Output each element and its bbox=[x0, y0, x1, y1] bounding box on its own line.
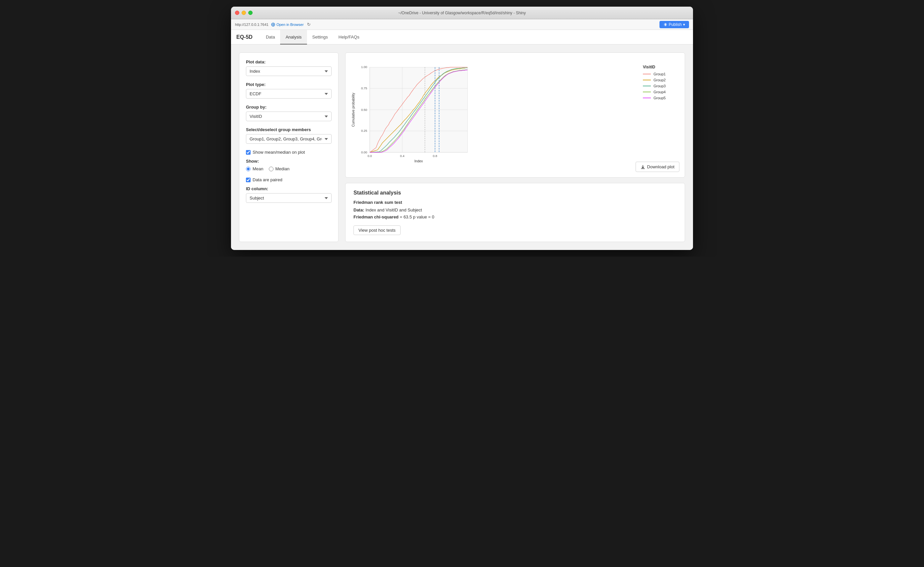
legend-item-group1: Group1 bbox=[643, 72, 680, 76]
stats-test-name: Friedman rank sum test bbox=[354, 200, 677, 205]
legend-label-group5: Group5 bbox=[654, 96, 666, 100]
tab-data[interactable]: Data bbox=[261, 30, 280, 45]
legend-label-group1: Group1 bbox=[654, 72, 666, 76]
right-panel: 0.00 0.25 0.50 0.75 1.00 0.0 0.4 0.8 Cum… bbox=[345, 52, 685, 242]
svg-text:Index: Index bbox=[414, 159, 423, 163]
legend-title: VisitID bbox=[643, 65, 680, 69]
svg-text:1.00: 1.00 bbox=[361, 65, 368, 69]
view-post-hoc-label: View post hoc tests bbox=[358, 228, 396, 233]
stats-data-line: Data: Index and VisitID and Subject bbox=[354, 207, 677, 213]
show-mean-median-label: Show mean/median on plot bbox=[253, 150, 305, 155]
group-by-label: Group by: bbox=[246, 105, 332, 110]
data-paired-row: Data are paired bbox=[246, 177, 332, 182]
plot-data-select[interactable]: Index Dimension scores Age Sex bbox=[246, 66, 332, 76]
view-post-hoc-button[interactable]: View post hoc tests bbox=[354, 225, 400, 235]
median-radio[interactable] bbox=[269, 166, 273, 171]
plot-type-select[interactable]: ECDF Histogram Density Violin Box bbox=[246, 89, 332, 99]
open-in-browser-link[interactable]: Open in Browser bbox=[271, 22, 304, 27]
group-members-group: Select/deselect group members Group1, Gr… bbox=[246, 127, 332, 144]
legend-color-group5 bbox=[643, 98, 651, 98]
plot-data-label: Plot data: bbox=[246, 59, 332, 64]
show-section: Show: Mean Median bbox=[246, 159, 332, 171]
data-paired-checkbox[interactable] bbox=[246, 178, 250, 182]
mean-radio[interactable] bbox=[246, 166, 250, 171]
svg-text:0.50: 0.50 bbox=[361, 108, 368, 111]
mean-radio-label: Mean bbox=[253, 166, 264, 171]
publish-icon bbox=[663, 22, 668, 27]
id-column-label: ID column: bbox=[246, 186, 332, 191]
minimize-button[interactable] bbox=[242, 10, 246, 15]
legend-item-group2: Group2 bbox=[643, 78, 680, 82]
legend-color-group3 bbox=[643, 86, 651, 86]
data-paired-label: Data are paired bbox=[253, 177, 282, 182]
id-column-select[interactable]: Subject ID PatientID bbox=[246, 193, 332, 203]
maximize-button[interactable] bbox=[248, 10, 253, 15]
app-window: ~/OneDrive - University of Glasgow/works… bbox=[231, 7, 693, 250]
legend-color-group1 bbox=[643, 74, 651, 74]
plot-type-label: Plot type: bbox=[246, 82, 332, 87]
stats-chi-value: = 63.5 p value = 0 bbox=[400, 214, 434, 219]
svg-text:Cumulative probability: Cumulative probability bbox=[351, 93, 355, 127]
browser-icon bbox=[271, 22, 275, 27]
svg-text:0.4: 0.4 bbox=[400, 154, 404, 158]
mean-option: Mean bbox=[246, 166, 264, 171]
svg-text:0.00: 0.00 bbox=[361, 150, 368, 154]
tab-settings[interactable]: Settings bbox=[307, 30, 333, 45]
show-mean-median-row: Show mean/median on plot bbox=[246, 150, 332, 155]
app-logo: EQ-5D bbox=[236, 34, 253, 40]
url-display: http://127.0.0.1:7641 bbox=[235, 22, 268, 27]
show-label: Show: bbox=[246, 159, 332, 164]
stats-chi-line: Friedman chi-squared = 63.5 p value = 0 bbox=[354, 214, 677, 219]
nav-tabs: Data Analysis Settings Help/FAQs bbox=[261, 30, 365, 44]
download-icon bbox=[640, 165, 645, 169]
svg-text:0.75: 0.75 bbox=[361, 86, 368, 90]
tab-analysis[interactable]: Analysis bbox=[280, 30, 307, 45]
svg-text:0.8: 0.8 bbox=[433, 154, 437, 158]
legend-area: VisitID Group1 Group2 Group3 bbox=[643, 58, 680, 102]
close-button[interactable] bbox=[235, 10, 239, 15]
refresh-button[interactable]: ↻ bbox=[306, 22, 312, 27]
chart-wrapper: 0.00 0.25 0.50 0.75 1.00 0.0 0.4 0.8 Cum… bbox=[351, 58, 638, 172]
legend-label-group4: Group4 bbox=[654, 90, 666, 94]
download-plot-button[interactable]: Download plot bbox=[636, 162, 680, 172]
legend-item-group5: Group5 bbox=[643, 96, 680, 100]
left-panel: Plot data: Index Dimension scores Age Se… bbox=[239, 52, 339, 242]
plot-area: 0.00 0.25 0.50 0.75 1.00 0.0 0.4 0.8 Cum… bbox=[351, 58, 680, 172]
svg-text:0.25: 0.25 bbox=[361, 129, 368, 132]
show-mean-median-checkbox[interactable] bbox=[246, 150, 250, 155]
id-column-group: ID column: Subject ID PatientID bbox=[246, 186, 332, 203]
publish-dropdown-icon: ▾ bbox=[683, 22, 685, 27]
download-plot-label: Download plot bbox=[647, 164, 674, 169]
browser-bar: http://127.0.0.1:7641 Open in Browser ↻ … bbox=[231, 19, 693, 30]
group-members-label: Select/deselect group members bbox=[246, 127, 332, 132]
median-option: Median bbox=[269, 166, 290, 171]
group-by-group: Group by: VisitID None Sex Age bbox=[246, 105, 332, 121]
legend-item-group4: Group4 bbox=[643, 90, 680, 94]
legend-color-group4 bbox=[643, 92, 651, 92]
stats-container: Statistical analysis Friedman rank sum t… bbox=[345, 183, 685, 242]
plot-data-group: Plot data: Index Dimension scores Age Se… bbox=[246, 59, 332, 76]
main-content: Plot data: Index Dimension scores Age Se… bbox=[231, 45, 693, 250]
window-title: ~/OneDrive - University of Glasgow/works… bbox=[398, 10, 526, 15]
group-by-select[interactable]: VisitID None Sex Age bbox=[246, 111, 332, 121]
legend-item-group3: Group3 bbox=[643, 84, 680, 88]
publish-button[interactable]: Publish ▾ bbox=[660, 21, 689, 28]
traffic-lights bbox=[235, 10, 253, 15]
radio-row: Mean Median bbox=[246, 166, 332, 171]
tab-help-faqs[interactable]: Help/FAQs bbox=[333, 30, 365, 45]
plot-type-group: Plot type: ECDF Histogram Density Violin… bbox=[246, 82, 332, 99]
ecdf-chart: 0.00 0.25 0.50 0.75 1.00 0.0 0.4 0.8 Cum… bbox=[351, 58, 477, 171]
svg-text:0.0: 0.0 bbox=[368, 154, 372, 158]
legend-label-group2: Group2 bbox=[654, 78, 666, 82]
median-radio-label: Median bbox=[276, 166, 290, 171]
legend-color-group2 bbox=[643, 80, 651, 80]
stats-data-value: Index and VisitID and Subject bbox=[365, 207, 422, 213]
title-bar: ~/OneDrive - University of Glasgow/works… bbox=[231, 7, 693, 19]
plot-container: 0.00 0.25 0.50 0.75 1.00 0.0 0.4 0.8 Cum… bbox=[345, 52, 685, 178]
legend-label-group3: Group3 bbox=[654, 84, 666, 88]
app-nav: EQ-5D Data Analysis Settings Help/FAQs bbox=[231, 30, 693, 45]
stats-title: Statistical analysis bbox=[354, 190, 677, 196]
group-members-select[interactable]: Group1, Group2, Group3, Group4, Group5 bbox=[246, 134, 332, 144]
